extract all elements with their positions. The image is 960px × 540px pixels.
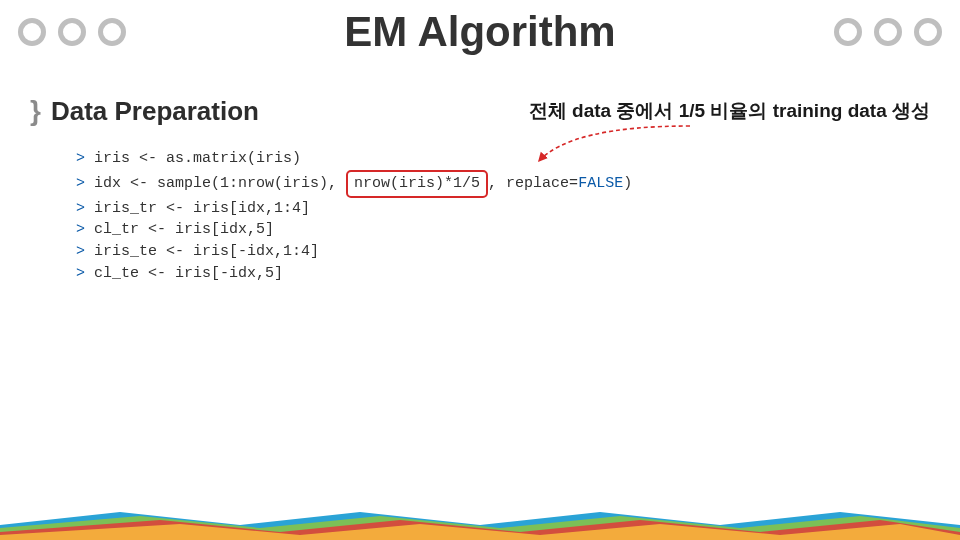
footer-decoration — [0, 490, 960, 540]
code-line: > iris_tr <- iris[idx,1:4] — [76, 198, 632, 220]
code-line: > idx <- sample(1:nrow(iris), nrow(iris)… — [76, 170, 632, 198]
code-line: > iris <- as.matrix(iris) — [76, 148, 632, 170]
highlighted-code: nrow(iris)*1/5 — [346, 170, 488, 198]
section-left: } Data Preparation — [30, 95, 259, 127]
code-line: > cl_te <- iris[-idx,5] — [76, 263, 632, 285]
code-line: > iris_te <- iris[-idx,1:4] — [76, 241, 632, 263]
page-title: EM Algorithm — [0, 8, 960, 56]
code-line: > cl_tr <- iris[idx,5] — [76, 219, 632, 241]
annotation-text: 전체 data 중에서 1/5 비율의 training data 생성 — [529, 98, 930, 124]
section-row: } Data Preparation 전체 data 중에서 1/5 비율의 t… — [30, 95, 930, 127]
slide: EM Algorithm } Data Preparation 전체 data … — [0, 0, 960, 540]
code-block: > iris <- as.matrix(iris) > idx <- sampl… — [76, 148, 632, 285]
section-heading: Data Preparation — [51, 96, 259, 127]
bullet-brace-icon: } — [30, 95, 41, 127]
